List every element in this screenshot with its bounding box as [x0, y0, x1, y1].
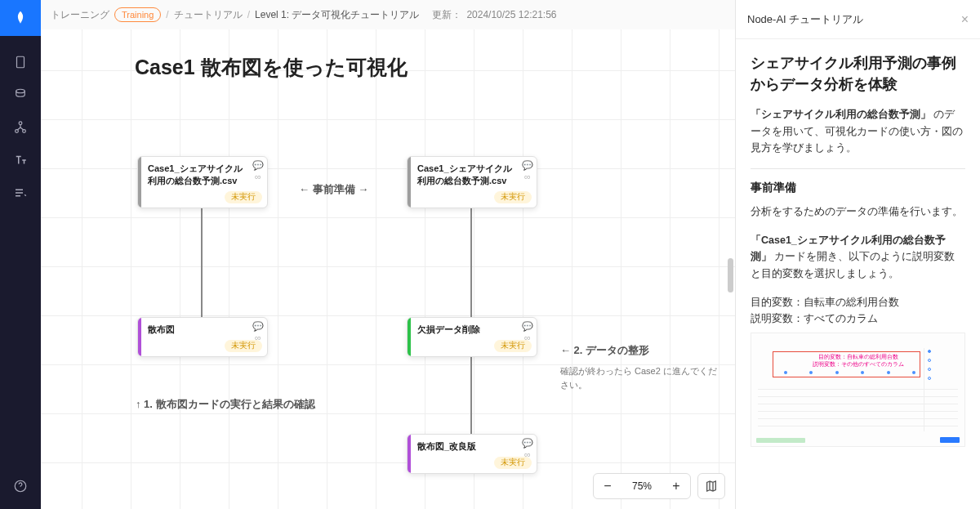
node-title: Case1_シェアサイクル利用の総台数予測.csv [148, 163, 262, 187]
updated-value: 2024/10/25 12:21:56 [466, 9, 556, 20]
svg-point-2 [19, 122, 22, 125]
edge [201, 197, 203, 319]
icon-sidebar [0, 0, 41, 509]
intro-bold: 「シェアサイクル利用の総台数予測」 [751, 109, 931, 120]
vars-line2: 説明変数：すべてのカラム [751, 313, 878, 324]
tutorial-panel: Node-AI チュートリアル × シェアサイクル利用予測の事例からデータ分析を… [735, 0, 980, 509]
link-icon[interactable]: ∞ [252, 333, 264, 342]
breadcrumb-root[interactable]: トレーニング [51, 8, 109, 22]
instruction-thumbnail: 目的変数：自転車の総利用台数 説明変数：その他のすべてのカラム [751, 333, 965, 447]
link-icon[interactable]: ∞ [252, 172, 264, 181]
comment-icon[interactable]: 💬 [252, 321, 264, 331]
annotation-step1: ↑ 1. 散布図カードの実行と結果の確認 [136, 397, 315, 412]
node-title: Case1_シェアサイクル利用の総台数予測.csv [417, 163, 532, 187]
nav-text-icon[interactable] [0, 144, 41, 176]
comment-icon[interactable]: 💬 [522, 160, 533, 170]
thumb-table [758, 382, 958, 431]
link-icon[interactable]: ∞ [522, 449, 533, 459]
node-title: 散布図 [148, 324, 262, 336]
node-status: 未実行 [225, 191, 262, 203]
link-icon[interactable]: ∞ [522, 172, 533, 181]
vars-line1: 目的変数：自転車の総利用台数 [751, 297, 899, 308]
nav-file-icon[interactable] [0, 46, 41, 78]
breadcrumb-sep: / [247, 9, 250, 20]
nav-flow-icon[interactable] [0, 111, 41, 144]
vars: 目的変数：自転車の総利用台数 説明変数：すべてのカラム [751, 294, 965, 328]
breadcrumb-mid[interactable]: チュートリアル [174, 8, 243, 22]
node-title: 欠損データ削除 [417, 324, 532, 336]
node-clean[interactable]: 💬 ∞ 欠損データ削除 未実行 [407, 317, 537, 357]
comment-icon[interactable]: 💬 [522, 438, 533, 448]
edge [470, 197, 472, 319]
annotation-step2: ← 2. データの整形 [560, 343, 649, 358]
scrollbar-thumb[interactable] [728, 258, 733, 292]
node-data1[interactable]: 💬 ∞ Case1_シェアサイクル利用の総台数予測.csv 未実行 [137, 156, 268, 208]
logo[interactable] [0, 0, 41, 36]
section-title: 事前準備 [751, 181, 965, 195]
divider [751, 168, 965, 169]
comment-icon[interactable]: 💬 [522, 321, 533, 331]
updated-label: 更新： [432, 8, 461, 22]
nav-data-icon[interactable] [0, 78, 41, 111]
node-scatter[interactable]: 💬 ∞ 散布図 未実行 [137, 317, 268, 357]
training-badge: Training [114, 7, 161, 22]
edge [470, 356, 472, 436]
link-icon[interactable]: ∞ [522, 333, 533, 342]
comment-icon[interactable]: 💬 [252, 160, 264, 170]
zoom-out-button[interactable]: − [594, 474, 621, 498]
canvas-title: Case1 散布図を使った可視化 [135, 54, 408, 81]
help-icon[interactable] [0, 470, 41, 502]
breadcrumb: トレーニング Training / チュートリアル / Level 1: データ… [41, 0, 735, 29]
node-status: 未実行 [494, 191, 532, 203]
zoom-controls: − 75% + [593, 473, 725, 499]
svg-rect-0 [17, 56, 24, 68]
svg-point-1 [16, 89, 25, 93]
nav-list-icon[interactable] [0, 176, 41, 209]
breadcrumb-leaf: Level 1: データ可視化チュートリアル [255, 8, 419, 22]
zoom-in-button[interactable]: + [662, 474, 690, 498]
thumb-dots [784, 371, 915, 374]
node-title: 散布図_改良版 [417, 440, 532, 453]
panel-intro: 「シェアサイクル利用の総台数予測」 のデータを用いて、可視化カードの使い方・図の… [751, 106, 965, 157]
annotation-prep: ← 事前準備 → [299, 182, 368, 197]
main: トレーニング Training / チュートリアル / Level 1: データ… [41, 0, 735, 509]
node-data2[interactable]: 💬 ∞ Case1_シェアサイクル利用の総台数予測.csv 未実行 [407, 156, 537, 208]
zoom-value: 75% [621, 480, 662, 492]
panel-heading: シェアサイクル利用予測の事例からデータ分析を体験 [751, 52, 965, 95]
section-p1: 分析をするためのデータの準備を行います。 [751, 203, 965, 221]
close-icon[interactable]: × [961, 12, 969, 27]
section-p2: 「Case1_シェアサイクル利用の総台数予測」 カードを開き、以下のように説明変… [751, 232, 965, 283]
p2-rest: カードを開き、以下のように説明変数と目的変数を選択しましょう。 [751, 251, 955, 279]
canvas[interactable]: Case1 散布図を使った可視化 💬 ∞ Case1_シェアサイクル利用の総台数… [41, 29, 735, 509]
breadcrumb-sep: / [166, 9, 168, 20]
minimap-button[interactable] [697, 473, 725, 499]
annotation-step2-sub: 確認が終わったら Case2 に進んでください。 [560, 364, 724, 391]
panel-title: Node-AI チュートリアル [747, 12, 863, 27]
node-scatter2[interactable]: 💬 ∞ 散布図_改良版 未実行 [407, 434, 537, 474]
